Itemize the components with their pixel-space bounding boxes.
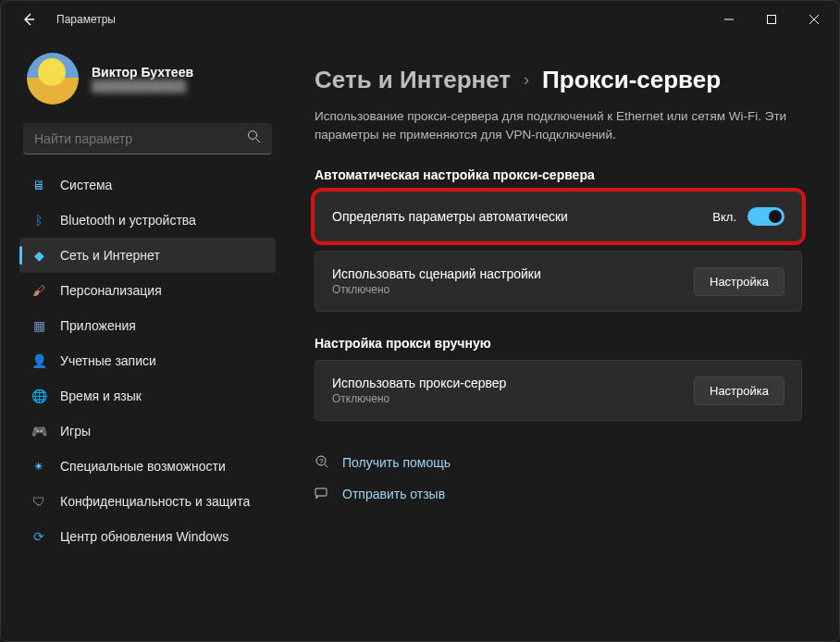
privacy-icon: 🛡 <box>31 493 47 510</box>
page-title: Прокси-сервер <box>542 66 721 94</box>
sidebar-item-10[interactable]: ⟳Центр обновления Windows <box>19 519 276 554</box>
system-icon: 🖥 <box>31 177 47 193</box>
maximize-button[interactable] <box>750 5 793 34</box>
back-button[interactable] <box>12 3 45 36</box>
search-input[interactable] <box>34 131 247 146</box>
svg-point-1 <box>249 131 257 140</box>
auto-detect-row: Определять параметры автоматически Вкл. <box>315 191 802 241</box>
setup-script-row: Использовать сценарий настройки Отключен… <box>315 251 802 312</box>
sidebar-item-3[interactable]: 🖌Персонализация <box>19 273 276 308</box>
setup-script-state: Отключено <box>332 283 694 296</box>
sidebar-item-6[interactable]: 🌐Время и язык <box>19 378 276 414</box>
sidebar-item-4[interactable]: ▦Приложения <box>19 308 276 343</box>
sidebar-item-label: Конфиденциальность и защита <box>60 494 250 509</box>
sidebar-item-8[interactable]: ✴Специальные возможности <box>19 449 276 484</box>
get-help-label: Получить помощь <box>342 455 451 470</box>
sidebar-item-label: Сеть и Интернет <box>60 248 160 263</box>
profile-block[interactable]: Виктор Бухтеев ████████████ <box>19 45 276 119</box>
page-description: Использование прокси-сервера для подключ… <box>315 107 796 143</box>
auto-detect-label: Определять параметры автоматически <box>332 209 712 224</box>
profile-name: Виктор Бухтеев <box>92 65 193 80</box>
setup-script-button[interactable]: Настройка <box>694 267 784 296</box>
svg-rect-0 <box>768 16 776 24</box>
search-box[interactable] <box>23 123 272 154</box>
a11y-icon: ✴ <box>31 458 47 475</box>
search-icon <box>247 130 261 147</box>
sidebar-item-2[interactable]: ◆Сеть и Интернет <box>19 238 276 273</box>
svg-text:?: ? <box>319 457 324 465</box>
games-icon: 🎮 <box>31 423 47 439</box>
update-icon: ⟳ <box>31 528 47 545</box>
minimize-button[interactable] <box>708 5 750 34</box>
titlebar: Параметры <box>1 1 839 38</box>
account-icon: 👤 <box>31 352 47 369</box>
wifi-icon: ◆ <box>31 247 47 264</box>
breadcrumb: Сеть и Интернет › Прокси-сервер <box>315 66 802 94</box>
feedback-icon <box>315 486 329 503</box>
sidebar-item-5[interactable]: 👤Учетные записи <box>19 343 276 378</box>
setup-script-label: Использовать сценарий настройки <box>332 266 694 281</box>
sidebar-item-label: Приложения <box>60 318 136 333</box>
sidebar-item-0[interactable]: 🖥Система <box>19 167 276 203</box>
svg-rect-4 <box>315 488 327 496</box>
chevron-right-icon: › <box>524 70 529 90</box>
window-title: Параметры <box>56 13 116 26</box>
section-manual-title: Настройка прокси вручную <box>315 336 802 351</box>
feedback-label: Отправить отзыв <box>342 487 445 501</box>
manual-proxy-label: Использовать прокси-сервер <box>332 376 694 390</box>
auto-detect-toggle[interactable] <box>747 207 784 226</box>
sidebar: Виктор Бухтеев ████████████ 🖥СистемаᛒBlu… <box>1 38 283 641</box>
brush-icon: 🖌 <box>31 282 47 299</box>
sidebar-item-label: Bluetooth и устройства <box>60 213 196 228</box>
apps-icon: ▦ <box>31 317 47 334</box>
feedback-link[interactable]: Отправить отзыв <box>315 478 802 510</box>
sidebar-item-label: Центр обновления Windows <box>60 529 229 544</box>
sidebar-item-label: Специальные возможности <box>60 459 226 474</box>
section-auto-title: Автоматическая настройка прокси-сервера <box>315 167 802 182</box>
sidebar-item-label: Персонализация <box>60 283 162 298</box>
sidebar-item-7[interactable]: 🎮Игры <box>19 414 276 449</box>
sidebar-item-label: Система <box>60 178 112 192</box>
nav-list: 🖥СистемаᛒBluetooth и устройства◆Сеть и И… <box>19 167 276 554</box>
content-area: Сеть и Интернет › Прокси-сервер Использо… <box>283 38 839 641</box>
manual-proxy-button[interactable]: Настройка <box>694 377 784 405</box>
manual-proxy-row: Использовать прокси-сервер Отключено Нас… <box>315 360 802 421</box>
time-icon: 🌐 <box>31 388 47 404</box>
breadcrumb-parent[interactable]: Сеть и Интернет <box>315 66 511 94</box>
sidebar-item-label: Игры <box>60 424 91 438</box>
help-icon: ? <box>315 454 329 472</box>
close-button[interactable] <box>793 5 835 34</box>
profile-email: ████████████ <box>92 80 193 93</box>
sidebar-item-1[interactable]: ᛒBluetooth и устройства <box>19 203 276 238</box>
get-help-link[interactable]: ? Получить помощь <box>315 447 802 478</box>
avatar <box>27 53 79 105</box>
sidebar-item-label: Учетные записи <box>60 353 156 368</box>
manual-proxy-state: Отключено <box>332 392 694 405</box>
sidebar-item-9[interactable]: 🛡Конфиденциальность и защита <box>19 484 276 519</box>
auto-detect-state: Вкл. <box>712 210 736 224</box>
sidebar-item-label: Время и язык <box>60 389 142 403</box>
bluetooth-icon: ᛒ <box>31 212 47 228</box>
